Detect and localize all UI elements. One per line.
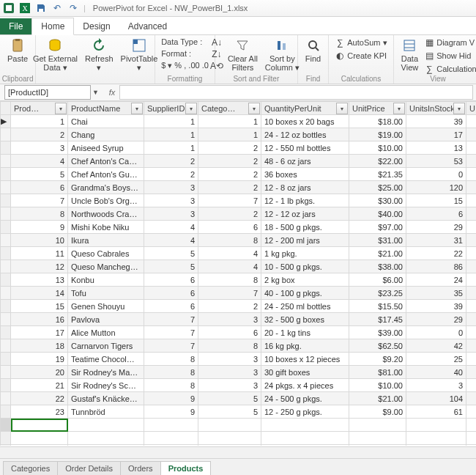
row-header[interactable]	[1, 155, 11, 168]
cell-last[interactable]	[466, 366, 477, 379]
filter-icon[interactable]: ▾	[336, 103, 348, 114]
tab-file[interactable]: File	[0, 18, 31, 34]
table-row[interactable]: 4Chef Anton's Ca…2248 - 6 oz jars$22.005…	[1, 155, 477, 168]
table-row[interactable]	[1, 445, 477, 446]
cell-qtyperunit[interactable]: 10 boxes x 12 pieces	[261, 353, 349, 366]
cell-unitprice[interactable]: $9.20	[349, 353, 406, 366]
sheet-categories[interactable]: Categories	[3, 461, 58, 475]
cell-categoryid[interactable]: 4	[198, 247, 261, 260]
cell-categoryid[interactable]: 2	[198, 168, 261, 181]
sheet-order-details[interactable]: Order Details	[57, 461, 121, 475]
cell-unitprice[interactable]: $30.00	[349, 194, 406, 207]
sort-asc-button[interactable]: A↓	[210, 37, 223, 48]
row-header[interactable]	[1, 221, 11, 234]
cell-unitprice[interactable]: $18.00	[349, 115, 406, 128]
cell-unitsinstock[interactable]: 31	[406, 234, 466, 247]
show-hidden-button[interactable]: ▤Show Hid	[423, 50, 472, 62]
cell-unitprice[interactable]: $62.50	[349, 339, 406, 353]
cell-qtyperunit[interactable]: 24 - 250 ml bottles	[261, 300, 349, 313]
cell-productid[interactable]: 7	[11, 194, 68, 207]
col-qtyperunit[interactable]: QuantityPerUnit▾	[261, 102, 349, 115]
cell-supplierid[interactable]: 7	[144, 326, 198, 339]
cell-qtyperunit[interactable]: 1 kg pkg.	[261, 247, 349, 260]
format-button[interactable]: Format :	[160, 48, 193, 59]
cell-qtyperunit[interactable]: 12 - 550 ml bottles	[261, 141, 349, 155]
col-categoryid[interactable]: Catego…▾	[198, 102, 261, 115]
datatype-button[interactable]: Data Type :	[160, 37, 204, 47]
cell-unitprice[interactable]: $39.00	[349, 326, 406, 339]
fx-icon[interactable]: fx	[105, 88, 119, 97]
col-last[interactable]: U	[466, 102, 477, 115]
cell-unitsinstock[interactable]: 13	[406, 141, 466, 155]
cell-productname[interactable]: Chai	[68, 115, 144, 128]
sheet-orders[interactable]: Orders	[120, 461, 161, 475]
cell-supplierid[interactable]: 2	[144, 168, 198, 181]
cell-supplierid[interactable]: 6	[144, 287, 198, 300]
row-header[interactable]	[1, 419, 11, 432]
table-row[interactable]: 15Genen Shouyu6224 - 250 ml bottles$15.5…	[1, 300, 477, 313]
cell-last[interactable]	[466, 207, 477, 221]
refresh-button[interactable]: Refresh ▾	[82, 37, 116, 73]
cell-categoryid[interactable]: 1	[198, 115, 261, 128]
cell-unitprice[interactable]: $6.00	[349, 273, 406, 287]
cell-categoryid[interactable]: 3	[198, 353, 261, 366]
cell-categoryid[interactable]: 2	[198, 141, 261, 155]
table-row[interactable]: 23Tunnbröd9512 - 250 g pkgs.$9.0061	[1, 405, 477, 419]
cell-productid[interactable]: 23	[11, 405, 68, 419]
table-row[interactable]: 13Konbu682 kg box$6.0024	[1, 273, 477, 287]
cell-last[interactable]	[466, 353, 477, 366]
table-row[interactable]: 12Queso Mancheg…5410 - 500 g pkgs.$38.00…	[1, 260, 477, 273]
cell-categoryid[interactable]: 6	[198, 326, 261, 339]
cell-qtyperunit[interactable]: 2 kg box	[261, 273, 349, 287]
cell-last[interactable]	[466, 247, 477, 260]
cell-last[interactable]	[466, 260, 477, 273]
table-row[interactable]: 21Sir Rodney's Sco…8324 pkgs. x 4 pieces…	[1, 379, 477, 392]
cell-qtyperunit[interactable]: 12 - 250 g pkgs.	[261, 405, 349, 419]
table-row[interactable]: 20Sir Rodney's Ma…8330 gift boxes$81.004…	[1, 366, 477, 379]
clear-filters-button[interactable]: Clear All Filters	[225, 37, 261, 73]
cell-last[interactable]	[466, 181, 477, 194]
row-header[interactable]	[1, 194, 11, 207]
cell-unitprice[interactable]: $15.50	[349, 300, 406, 313]
cell-productname[interactable]: Konbu	[68, 273, 144, 287]
cell-qtyperunit[interactable]: 20 - 1 kg tins	[261, 326, 349, 339]
cell-productname[interactable]: Tofu	[68, 287, 144, 300]
cell-last[interactable]	[466, 313, 477, 326]
cell-productname[interactable]: Aniseed Syrup	[68, 141, 144, 155]
cell-supplierid[interactable]: 3	[144, 207, 198, 221]
row-header[interactable]	[1, 207, 11, 221]
row-header[interactable]	[1, 366, 11, 379]
table-row[interactable]: ▶1Chai1110 boxes x 20 bags$18.0039	[1, 115, 477, 128]
cell-productname[interactable]: Sir Rodney's Ma…	[68, 366, 144, 379]
cell-supplierid[interactable]: 3	[144, 194, 198, 207]
cell-productid[interactable]: 17	[11, 326, 68, 339]
row-header[interactable]	[1, 260, 11, 273]
cell-supplierid[interactable]: 2	[144, 155, 198, 168]
cell-unitprice[interactable]: $81.00	[349, 366, 406, 379]
cell-categoryid[interactable]: 3	[198, 366, 261, 379]
cell-qtyperunit[interactable]: 18 - 500 g pkgs.	[261, 221, 349, 234]
cell-productname[interactable]: Uncle Bob's Org…	[68, 194, 144, 207]
table-row[interactable]: 6Grandma's Boys…3212 - 8 oz jars$25.0012…	[1, 181, 477, 194]
cell-supplierid[interactable]: 8	[144, 366, 198, 379]
row-header[interactable]	[1, 287, 11, 300]
horizontal-scrollbar[interactable]	[0, 446, 476, 459]
cell-productname[interactable]: Carnarvon Tigers	[68, 339, 144, 353]
table-row[interactable]: 3Aniseed Syrup1212 - 550 ml bottles$10.0…	[1, 141, 477, 155]
cell-unitprice[interactable]: $10.00	[349, 379, 406, 392]
row-header[interactable]	[1, 326, 11, 339]
cell-categoryid[interactable]: 3	[198, 379, 261, 392]
cell-productname[interactable]: Chef Anton's Gu…	[68, 168, 144, 181]
sort-by-column-button[interactable]: Sort by Column ▾	[262, 37, 302, 73]
cell-productid[interactable]: 11	[11, 247, 68, 260]
row-header[interactable]	[1, 392, 11, 405]
cell-productname[interactable]: Queso Mancheg…	[68, 260, 144, 273]
filter-icon[interactable]: ▾	[131, 103, 143, 114]
cell-productid[interactable]: 6	[11, 181, 68, 194]
pivottable-button[interactable]: PivotTable ▾	[118, 37, 161, 73]
row-header[interactable]	[1, 339, 11, 353]
cell-productname[interactable]: Chang	[68, 128, 144, 141]
cell-unitprice[interactable]: $38.00	[349, 260, 406, 273]
filter-icon[interactable]: ▾	[185, 103, 197, 114]
cell-productname[interactable]: Chef Anton's Ca…	[68, 155, 144, 168]
